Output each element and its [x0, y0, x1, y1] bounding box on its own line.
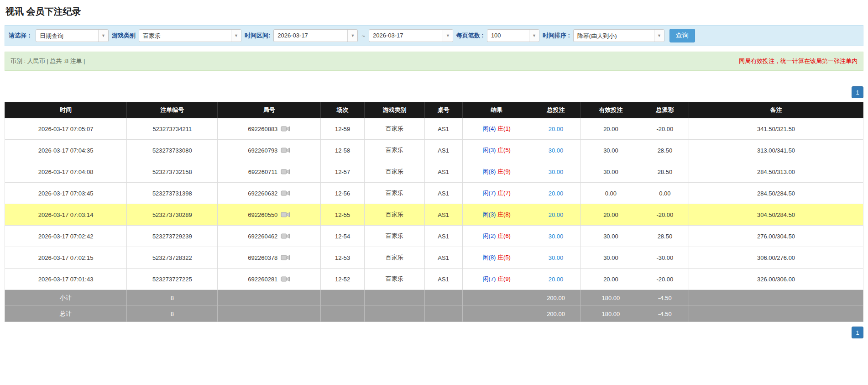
- cell-total-bet: 30.00: [531, 226, 580, 247]
- chevron-down-icon[interactable]: ▼: [347, 30, 357, 42]
- bet-records-table: 时间注单编号局号场次游戏类别桌号结果总投注有效投注总派彩备注 2026-03-1…: [5, 102, 863, 322]
- table-row: 2026-03-17 07:04:08523273732158692260711…: [5, 161, 863, 183]
- cell-payout: 28.50: [641, 140, 689, 161]
- total-bet-link[interactable]: 30.00: [549, 147, 564, 154]
- query-type-select[interactable]: 日期查询 ▼: [36, 29, 109, 42]
- cell-game-type: 百家乐: [365, 118, 425, 140]
- total-bet-link[interactable]: 30.00: [549, 169, 564, 175]
- cell-table-no: AS1: [424, 226, 462, 247]
- footer-empty-cell: [689, 290, 863, 306]
- page-size-select[interactable]: 100 ▼: [487, 29, 539, 42]
- page-1-button[interactable]: 1: [852, 86, 863, 98]
- round-wrap: 692260550: [248, 211, 290, 218]
- table-row: 2026-03-17 07:04:35523273733080692260793…: [5, 140, 863, 161]
- column-header: 场次: [321, 102, 365, 118]
- date-from-select[interactable]: 2026-03-17 ▼: [273, 29, 358, 42]
- video-replay-icon[interactable]: [281, 232, 290, 240]
- column-header: 桌号: [424, 102, 462, 118]
- footer-empty-cell: [218, 306, 321, 322]
- result-banker: 庄(7): [497, 190, 511, 196]
- cell-bet-id: 523273731398: [127, 183, 218, 204]
- round-wrap: 692260632: [248, 190, 290, 197]
- chevron-down-icon[interactable]: ▼: [231, 30, 241, 42]
- cell-valid-bet: 0.00: [581, 183, 641, 204]
- filter-bar: 请选择： 日期查询 ▼ 游戏类别 百家乐 ▼ 时间区间: 2026-03-17 …: [5, 25, 863, 46]
- cell-valid-bet: 20.00: [581, 118, 641, 140]
- cell-valid-bet: 30.00: [581, 140, 641, 161]
- footer-count: 8: [127, 306, 218, 322]
- cell-total-bet: 20.00: [531, 204, 580, 226]
- total-row: 总计8200.00180.00-4.50: [5, 306, 863, 322]
- column-header: 有效投注: [581, 102, 641, 118]
- footer-valid-bet: 180.00: [581, 290, 641, 306]
- cell-table-no: AS1: [424, 161, 462, 183]
- chevron-down-icon[interactable]: ▼: [98, 30, 108, 42]
- column-header: 备注: [689, 102, 863, 118]
- result-player: 闲(3): [483, 147, 496, 153]
- video-replay-icon[interactable]: [281, 190, 290, 197]
- cell-round: 692260711: [218, 161, 321, 183]
- chevron-down-icon[interactable]: ▼: [443, 30, 453, 42]
- search-button[interactable]: 查询: [669, 29, 695, 42]
- cell-valid-bet: 20.00: [581, 204, 641, 226]
- result-banker: 庄(8): [497, 211, 511, 218]
- cell-result: 闲(3) 庄(5): [462, 140, 531, 161]
- cell-game-type: 百家乐: [365, 247, 425, 269]
- page-size-value: 100: [487, 30, 529, 42]
- round-number: 692260550: [248, 211, 277, 218]
- cell-time: 2026-03-17 07:01:43: [5, 269, 127, 290]
- cell-result: 闲(2) 庄(6): [462, 226, 531, 247]
- round-wrap: 692260793: [248, 147, 290, 154]
- cell-time: 2026-03-17 07:03:14: [5, 204, 127, 226]
- cell-session: 12-55: [321, 204, 365, 226]
- total-bet-link[interactable]: 30.00: [549, 233, 564, 240]
- cell-round: 692260281: [218, 269, 321, 290]
- cell-result: 闲(4) 庄(1): [462, 118, 531, 140]
- footer-valid-bet: 180.00: [581, 306, 641, 322]
- pagination-top: 1: [5, 86, 863, 98]
- date-to-select[interactable]: 2026-03-17 ▼: [369, 29, 453, 42]
- cell-game-type: 百家乐: [365, 161, 425, 183]
- page-1-button[interactable]: 1: [852, 327, 863, 338]
- cell-table-no: AS1: [424, 140, 462, 161]
- total-bet-link[interactable]: 20.00: [549, 190, 564, 197]
- result-banker: 庄(9): [497, 275, 511, 282]
- cell-round: 692260462: [218, 226, 321, 247]
- table-row: 2026-03-17 07:05:07523273734211692260883…: [5, 118, 863, 140]
- video-replay-icon[interactable]: [281, 147, 290, 154]
- video-replay-icon[interactable]: [281, 125, 290, 132]
- query-type-label: 请选择：: [9, 32, 32, 40]
- footer-total-bet: 200.00: [531, 306, 580, 322]
- video-replay-icon[interactable]: [281, 275, 290, 283]
- chevron-down-icon[interactable]: ▼: [529, 30, 539, 42]
- cell-time: 2026-03-17 07:04:08: [5, 161, 127, 183]
- cell-round: 692260378: [218, 247, 321, 269]
- total-bet-link[interactable]: 20.00: [549, 276, 564, 283]
- cell-valid-bet: 30.00: [581, 226, 641, 247]
- video-replay-icon[interactable]: [281, 211, 290, 218]
- chevron-down-icon[interactable]: ▼: [654, 30, 664, 42]
- cell-table-no: AS1: [424, 204, 462, 226]
- round-number: 692260462: [248, 233, 277, 240]
- footer-label: 总计: [5, 306, 127, 322]
- cell-table-no: AS1: [424, 118, 462, 140]
- cell-game-type: 百家乐: [365, 140, 425, 161]
- video-replay-icon[interactable]: [281, 254, 290, 261]
- game-type-select[interactable]: 百家乐 ▼: [139, 29, 241, 42]
- footer-count: 8: [127, 290, 218, 306]
- date-to-value: 2026-03-17: [369, 30, 443, 42]
- cell-session: 12-53: [321, 247, 365, 269]
- footer-empty-cell: [365, 306, 425, 322]
- cell-result: 闲(8) 庄(9): [462, 161, 531, 183]
- time-sort-select[interactable]: 降幂(由大到小) ▼: [573, 29, 664, 42]
- total-bet-link[interactable]: 20.00: [549, 126, 564, 132]
- total-bet-link[interactable]: 30.00: [549, 254, 564, 261]
- cell-round: 692260883: [218, 118, 321, 140]
- cell-bet-id: 523273730289: [127, 204, 218, 226]
- result-player: 闲(7): [483, 190, 496, 196]
- cell-total-bet: 20.00: [531, 183, 580, 204]
- round-wrap: 692260462: [248, 232, 290, 240]
- total-bet-link[interactable]: 20.00: [549, 211, 564, 218]
- cell-bet-id: 523273727225: [127, 269, 218, 290]
- video-replay-icon[interactable]: [281, 168, 290, 175]
